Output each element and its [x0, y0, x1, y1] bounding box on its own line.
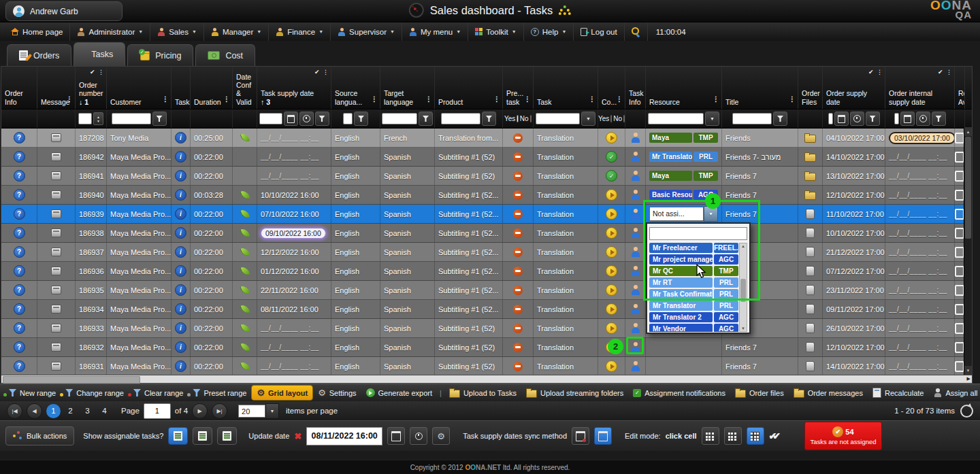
- confirmation-cell[interactable]: [598, 243, 625, 261]
- person-icon[interactable]: [630, 190, 640, 200]
- order-info-cell[interactable]: ?: [1, 167, 37, 185]
- task-cell[interactable]: Translation: [534, 319, 598, 337]
- column-check-menu-icon[interactable]: ✔ ⋮: [90, 69, 105, 76]
- play-status-icon[interactable]: [606, 189, 617, 201]
- column-menu-icon[interactable]: ⋮: [371, 95, 378, 103]
- resource-option-mr-freelancer[interactable]: Mr FreelancerFREEL...: [649, 243, 738, 253]
- message-cell[interactable]: [37, 205, 76, 223]
- checkbox[interactable]: [955, 247, 964, 258]
- table-row[interactable]: ?186934Maya Media Pro...i00:22:0008/11/2…: [1, 300, 972, 319]
- column-header-target-language[interactable]: Target language⋮: [380, 67, 435, 109]
- task-supply-date-cell[interactable]: 10/10/2022 16:00: [257, 186, 331, 204]
- task-cell[interactable]: Translation: [534, 281, 598, 299]
- resource-option-mr-translator-2[interactable]: Mr Translator 2AGC: [649, 312, 738, 322]
- filter-button[interactable]: [315, 112, 329, 126]
- page-number-input[interactable]: [144, 403, 171, 419]
- column-header-order-supply-date[interactable]: Order supply date✔ ⋮: [823, 67, 885, 109]
- column-check-menu-icon[interactable]: ✔ ⋮: [314, 69, 329, 76]
- customer-cell[interactable]: Maya Media Pro...: [107, 224, 172, 242]
- date-valid-cell[interactable]: [233, 224, 257, 242]
- column-header-message[interactable]: Message⋮: [37, 67, 76, 109]
- table-row[interactable]: ?186937Maya Media Pro...i00:22:0012/12/2…: [1, 243, 972, 262]
- play-status-icon[interactable]: [606, 227, 617, 239]
- vertical-scrollbar[interactable]: ▲ ▼: [964, 127, 972, 375]
- toolbar-clear-range[interactable]: Clear range: [129, 386, 188, 400]
- date-valid-cell[interactable]: [233, 300, 257, 318]
- task-info-icon[interactable]: i: [175, 246, 186, 258]
- pre-task-cell[interactable]: [503, 224, 534, 242]
- pre-task-cell[interactable]: [503, 319, 534, 337]
- order-info-icon[interactable]: ?: [14, 208, 25, 220]
- first-page-button[interactable]: |◀: [7, 403, 22, 419]
- title-cell[interactable]: Friends 7: [722, 205, 798, 223]
- column-menu-icon[interactable]: ⋮: [66, 95, 73, 103]
- table-row[interactable]: ?186931Maya Media Pro...i00:22:00__/__/_…: [1, 357, 972, 376]
- resource-cell[interactable]: MayaTMP: [646, 167, 722, 185]
- menu-item-help[interactable]: ?Help▼: [524, 22, 574, 41]
- assignable-view-button-3[interactable]: [217, 427, 237, 445]
- product-cell[interactable]: Subtitling #1 (52...: [435, 224, 503, 242]
- duration-cell[interactable]: 00:22:00: [191, 300, 233, 318]
- order-info-cell[interactable]: ?: [1, 281, 37, 299]
- task-info-icon[interactable]: i: [175, 265, 186, 277]
- edit-mode-button-1[interactable]: [702, 427, 719, 445]
- message-cell[interactable]: [37, 129, 76, 147]
- task-info-icon[interactable]: i: [175, 151, 186, 163]
- column-menu-icon[interactable]: ⋮: [425, 95, 432, 103]
- file-icon[interactable]: [806, 323, 815, 333]
- task-info-cell[interactable]: [625, 319, 646, 337]
- date-time-button[interactable]: [410, 427, 427, 445]
- message-icon[interactable]: [51, 228, 61, 237]
- customer-cell[interactable]: Maya Media Pro...: [107, 186, 172, 204]
- table-row[interactable]: ?186940Maya Media Pro...i00:03:2810/10/2…: [1, 186, 972, 205]
- date-valid-cell[interactable]: [233, 357, 257, 375]
- order-internal-supply-date-cell[interactable]: __/__/____ __:__: [885, 300, 955, 318]
- task-cell[interactable]: Translation: [534, 224, 598, 242]
- order-info-icon[interactable]: ?: [14, 303, 25, 315]
- order-files-cell[interactable]: [798, 262, 823, 280]
- file-icon[interactable]: [806, 342, 815, 352]
- person-icon[interactable]: [630, 361, 640, 371]
- column-menu-icon[interactable]: ⋮: [524, 95, 531, 103]
- filter-button[interactable]: [419, 112, 433, 126]
- column-header-task-supply-date[interactable]: Task supply date↑ 3✔ ⋮: [257, 67, 331, 109]
- title-cell[interactable]: Friends 7- מעורב: [722, 148, 798, 166]
- checkbox[interactable]: [955, 209, 964, 220]
- order-info-icon[interactable]: ?: [14, 265, 25, 277]
- duration-cell[interactable]: 00:22:00: [191, 262, 233, 280]
- menu-item-supervisor[interactable]: Supervisor▼: [331, 22, 402, 41]
- target-language-cell[interactable]: Spanish: [380, 167, 435, 185]
- refresh-icon[interactable]: [960, 405, 973, 418]
- column-header-task-info[interactable]: Task Info: [625, 67, 646, 109]
- order-internal-supply-date-cell[interactable]: __/__/____ __:__: [885, 262, 955, 280]
- text-filter-input[interactable]: [441, 113, 480, 124]
- order-supply-date-cell[interactable]: 13/10/2022 17:00: [823, 167, 885, 185]
- task-supply-date-cell[interactable]: __/__/____ __:__: [257, 167, 331, 185]
- confirmation-cell[interactable]: [598, 357, 625, 375]
- order-supply-date-cell[interactable]: 12/10/2022 17:00: [823, 186, 885, 204]
- person-icon[interactable]: [630, 209, 640, 219]
- menu-item-sales[interactable]: Sales▼: [150, 22, 204, 41]
- product-cell[interactable]: Translation from...: [435, 129, 503, 147]
- table-row[interactable]: ?186938Maya Media Pro...i00:22:0009/10/2…: [1, 224, 972, 243]
- date-filter-input[interactable]: [894, 113, 899, 124]
- scroll-down-icon[interactable]: ▼: [964, 366, 972, 375]
- target-language-cell[interactable]: Spanish: [380, 300, 435, 318]
- file-icon[interactable]: [806, 228, 815, 238]
- title-cell[interactable]: Friends 7: [722, 167, 798, 185]
- no-radio[interactable]: [530, 115, 532, 122]
- confirmation-cell[interactable]: ✓: [598, 148, 625, 166]
- tasks-cell[interactable]: i: [172, 224, 191, 242]
- message-cell[interactable]: [37, 319, 76, 337]
- task-supply-date-cell[interactable]: 09/10/2022 16:00: [257, 224, 331, 242]
- page-button-4[interactable]: 4: [97, 404, 112, 418]
- date-valid-cell[interactable]: [233, 262, 257, 280]
- confirmation-cell[interactable]: [598, 319, 625, 337]
- task-info-cell[interactable]: [625, 186, 646, 204]
- tab-tasks[interactable]: Tasks: [74, 42, 125, 66]
- person-icon[interactable]: [630, 228, 640, 238]
- order-info-icon[interactable]: ?: [14, 132, 25, 143]
- task-supply-date-cell[interactable]: 22/11/2022 16:00: [257, 281, 331, 299]
- pre-task-cell[interactable]: [503, 129, 534, 147]
- pre-task-cell[interactable]: [503, 205, 534, 223]
